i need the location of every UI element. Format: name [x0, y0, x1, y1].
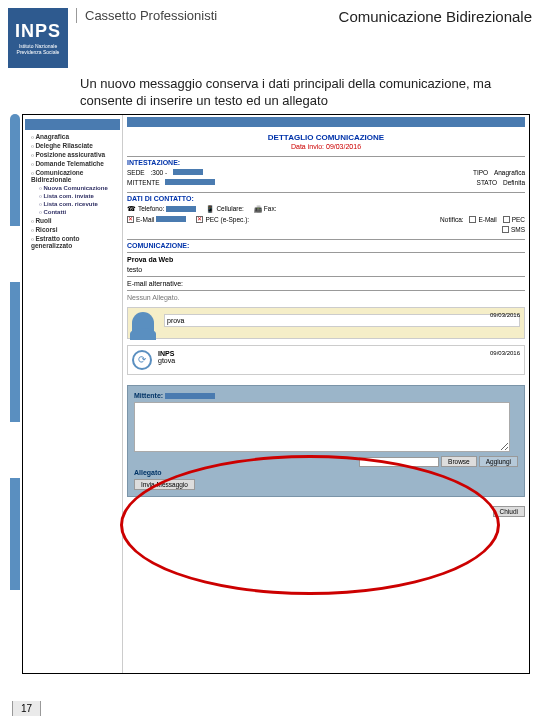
section-contatto: DATI DI CONTATTO:	[127, 192, 525, 202]
mittente-label: MITTENTE	[127, 179, 160, 186]
message-1: 09/03/2016 prova	[127, 307, 525, 339]
sede-label: SEDE	[127, 169, 145, 176]
tipo-value: Anagrafica	[494, 169, 525, 176]
sidebar-sub-contatti[interactable]: Contatti	[25, 208, 120, 216]
tipo-label: TIPO	[473, 169, 488, 176]
sidebar-item-ricorsi[interactable]: Ricorsi	[25, 225, 120, 234]
avatar-icon	[132, 312, 154, 334]
email-label: E-Mail	[136, 216, 154, 223]
no-attachment: Nessun Allegato.	[127, 294, 525, 301]
not-email-cb[interactable]	[469, 216, 476, 223]
sede-value: :300 -	[151, 169, 168, 176]
allegato-label: Allegato	[134, 469, 518, 476]
refresh-icon: ⟳	[132, 350, 152, 370]
browse-button[interactable]: Browse	[441, 456, 477, 467]
sidebar: Anagrafica Deleghe Rilasciate Posizione …	[23, 115, 123, 673]
redacted	[156, 216, 186, 222]
sidebar-item-domande[interactable]: Domande Telematiche	[25, 159, 120, 168]
add-button[interactable]: Aggiungi	[479, 456, 518, 467]
redacted	[166, 206, 196, 212]
sidebar-sub-nuova[interactable]: Nuova Comunicazione	[25, 184, 120, 192]
rail-decor	[10, 114, 20, 674]
sidebar-sub-inviate[interactable]: Lista com. inviate	[25, 192, 120, 200]
mobile-icon: 📱	[206, 205, 214, 213]
redacted	[165, 393, 215, 399]
compose-textarea[interactable]	[134, 402, 510, 452]
fax-icon: 📠	[254, 205, 262, 213]
prova-web: Prova da Web	[127, 256, 525, 263]
sidebar-sub-ricevute[interactable]: Lista com. ricevute	[25, 200, 120, 208]
stato-label: STATO	[477, 179, 498, 186]
testo-value: testo	[127, 266, 525, 273]
sidebar-highlight	[25, 119, 120, 130]
send-button[interactable]: Invia Messaggio	[134, 479, 195, 490]
detail-date: Data invio: 09/03/2016	[127, 143, 525, 150]
email-alt-label: E-mail alternative:	[127, 280, 525, 287]
fax-label: Fax:	[264, 205, 277, 212]
telefono-label: Telefono:	[138, 205, 164, 212]
msg1-text: prova	[164, 314, 520, 327]
detail-title: DETTAGLIO COMUNICAZIONE	[127, 133, 525, 142]
notifica-label: Notifica:	[440, 216, 463, 223]
redacted	[165, 179, 215, 185]
pec-label: PEC (e-Spec.):	[205, 216, 249, 223]
message-2: ⟳ 09/03/2016 INPS gtova	[127, 345, 525, 375]
compose-mittente-label: Mittente:	[134, 392, 163, 399]
phone-icon: ☎	[127, 205, 136, 213]
not-pec-cb[interactable]	[503, 216, 510, 223]
header-right-title: Comunicazione Bidirezionale	[339, 8, 532, 25]
section-intestazione: INTESTAZIONE:	[127, 156, 525, 166]
page-number: 17	[12, 701, 41, 716]
file-input[interactable]	[359, 457, 439, 467]
msg2-text: gtova	[158, 357, 520, 364]
inps-logo: INPS Istituto Nazionale Previdenza Socia…	[8, 8, 68, 68]
pec-checkbox[interactable]	[196, 216, 203, 223]
redacted	[173, 169, 203, 175]
slide-description: Un nuovo messaggio conserva i dati princ…	[0, 72, 540, 114]
stato-value: Definita	[503, 179, 525, 186]
sidebar-item-posizione[interactable]: Posizione assicurativa	[25, 150, 120, 159]
email-checkbox[interactable]	[127, 216, 134, 223]
sidebar-item-anagrafica[interactable]: Anagrafica	[25, 132, 120, 141]
msg2-sender: INPS	[158, 350, 520, 357]
close-button[interactable]: Chiudi	[493, 506, 525, 517]
msg2-date: 09/03/2016	[490, 350, 520, 356]
section-comunicazione: COMUNICAZIONE:	[127, 239, 525, 249]
compose-panel: Mittente: Browse Aggiungi Allegato Invia…	[127, 385, 525, 497]
sidebar-item-deleghe[interactable]: Deleghe Rilasciate	[25, 141, 120, 150]
sidebar-item-comunicazione[interactable]: Comunicazione Bidirezionale	[25, 168, 120, 184]
header-left-title: Cassetto Professionisti	[85, 8, 339, 23]
sidebar-item-estratto[interactable]: Estratto conto generalizzato	[25, 234, 120, 250]
not-sms-cb[interactable]	[502, 226, 509, 233]
sidebar-item-ruoli[interactable]: Ruoli	[25, 216, 120, 225]
content-top-band	[127, 117, 525, 127]
msg1-date: 09/03/2016	[490, 312, 520, 318]
cellulare-label: Cellulare:	[216, 205, 243, 212]
